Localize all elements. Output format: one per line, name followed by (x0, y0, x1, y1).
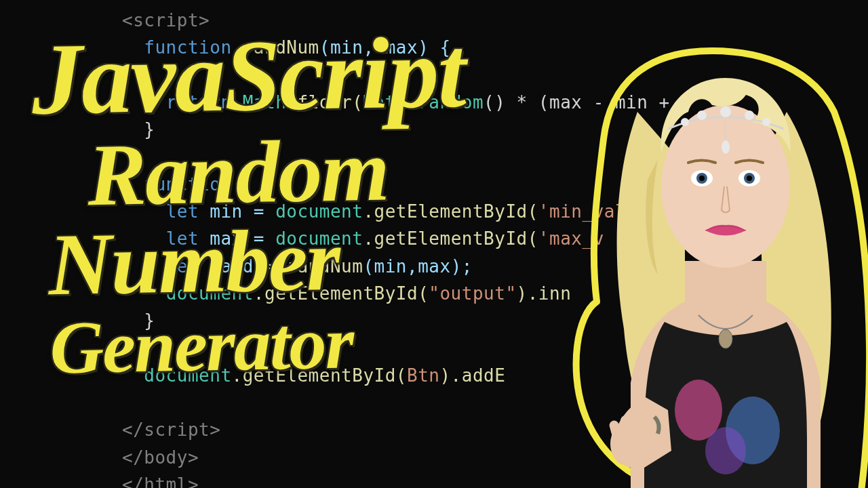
presenter-photo (549, 30, 868, 488)
title-line-1: JavaScript (31, 23, 466, 127)
svg-point-16 (719, 329, 732, 348)
svg-point-4 (681, 118, 689, 126)
svg-point-8 (762, 118, 770, 126)
svg-point-5 (697, 110, 707, 120)
title-line-3: Number (47, 216, 468, 306)
svg-point-9 (722, 140, 730, 154)
svg-point-2 (705, 427, 746, 474)
svg-point-6 (720, 106, 731, 117)
code-tag-body-close: </body> (122, 447, 199, 468)
svg-point-15 (747, 176, 752, 181)
title-line-2: Random (87, 127, 467, 217)
svg-point-12 (699, 176, 705, 181)
svg-point-7 (745, 110, 754, 120)
thumbnail-title: JavaScript Random Number Generator (31, 23, 470, 383)
code-tag-html-close: </html> (122, 474, 199, 488)
title-line-4: Generator (50, 305, 470, 383)
code-tag-script-close: </script> (122, 420, 220, 440)
